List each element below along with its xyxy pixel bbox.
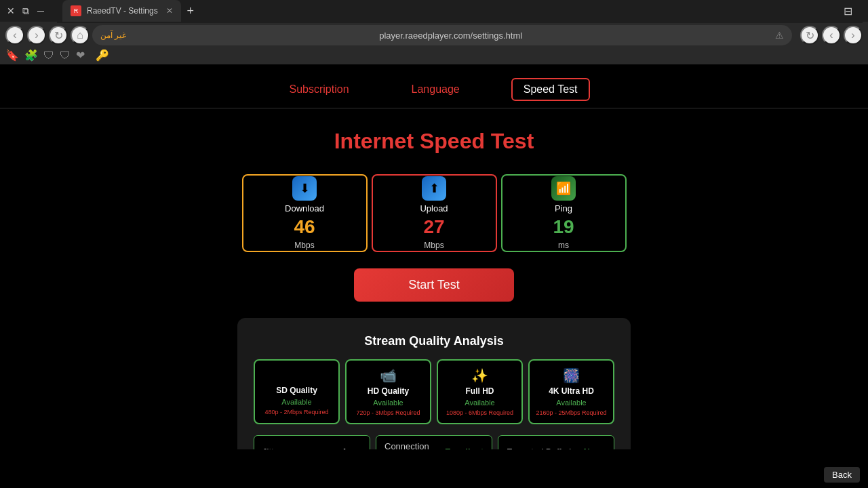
sd-label: SD Quality: [276, 386, 317, 395]
quality-card-hd: 📹 HD Quality Available 720p - 3Mbps Requ…: [345, 359, 431, 424]
tab-favicon: R: [71, 5, 81, 16]
tab-language[interactable]: Language: [401, 79, 471, 100]
warning-icon: ⚠: [775, 30, 784, 41]
address-bar: ‹ › ↻ ⌂ غير آمن player.raeedplayer.com/s…: [0, 22, 868, 49]
start-test-button[interactable]: Start Test: [354, 268, 514, 302]
restore-window-button[interactable]: ⧉: [20, 5, 31, 16]
hd-label: HD Quality: [368, 386, 409, 396]
forward-nav-button[interactable]: ›: [27, 26, 46, 45]
ping-value: 19: [553, 216, 574, 238]
back-button[interactable]: Back: [824, 467, 860, 483]
window-controls: ✕ ⧉ ─: [5, 5, 46, 16]
bookmark-icon[interactable]: 🔖: [5, 49, 19, 62]
close-window-button[interactable]: ✕: [5, 5, 16, 16]
back-btn-container: Back: [824, 467, 860, 483]
upload-value: 27: [423, 216, 444, 238]
reload-icon-button[interactable]: ↻: [800, 26, 819, 45]
speed-cards: ⬇ Download 46 Mbps ⬆ Upload 27 Mbps 📶 Pi…: [240, 174, 629, 252]
tab-subscription[interactable]: Subscription: [279, 79, 360, 100]
buffering-label: Expected Buffering: [507, 447, 581, 450]
jitter-label: Jitter: [262, 447, 281, 450]
tab-speed-test[interactable]: Speed Test: [511, 78, 590, 101]
rtl-text: غير آمن: [100, 30, 126, 40]
nav-back-icon-button[interactable]: ‹: [822, 26, 841, 45]
browser-tab-active[interactable]: R RaeedTV - Settings ✕: [62, 0, 181, 22]
ping-card: 📶 Ping 19 ms: [501, 174, 627, 252]
stability-stat: Connection Stability Excellent: [376, 435, 492, 449]
fullhd-label: Full HD: [466, 386, 494, 396]
sd-icon: 🖥: [290, 367, 304, 383]
tab-label: RaeedTV - Settings: [87, 6, 158, 16]
quality-cards: 🖥 SD Quality Available 480p - 2Mbps Requ…: [254, 359, 614, 424]
tab-menu-button[interactable]: ⊟: [838, 1, 857, 20]
download-icon: ⬇: [292, 176, 317, 201]
fullhd-icon: ✨: [471, 367, 488, 384]
buffering-value: None: [584, 447, 606, 450]
tab-bar: R RaeedTV - Settings ✕ + ⊟: [57, 0, 863, 23]
tab-close-button[interactable]: ✕: [166, 6, 173, 16]
ping-icon: 📶: [551, 176, 576, 201]
page-title: Internet Speed Test: [334, 129, 534, 154]
sd-status: Available: [281, 398, 311, 406]
quality-card-sd: 🖥 SD Quality Available 480p - 2Mbps Requ…: [254, 359, 340, 424]
stability-value: Excellent: [445, 447, 484, 450]
hd-icon: 📹: [380, 367, 397, 384]
nav-tabs: Subscription Language Speed Test: [0, 64, 868, 108]
toolbar-icons-row: 🔖 🧩 🛡 🛡 ❤ 🔑: [0, 49, 868, 64]
stream-quality-title: Stream Quality Analysis: [254, 334, 614, 348]
jitter-stat: Jitter 4 ms: [254, 435, 370, 449]
fourk-icon: 🎆: [563, 367, 580, 384]
upload-card: ⬆ Upload 27 Mbps: [372, 174, 497, 252]
home-nav-button[interactable]: ⌂: [71, 26, 90, 45]
refresh-nav-button[interactable]: ↻: [49, 26, 68, 45]
hd-status: Available: [373, 399, 403, 407]
ping-unit: ms: [558, 241, 569, 250]
stats-row: Jitter 4 ms Connection Stability Excelle…: [254, 435, 614, 449]
fourk-label: 4K Ultra HD: [549, 386, 594, 396]
shield1-icon[interactable]: 🛡: [43, 49, 54, 62]
minimize-window-button[interactable]: ─: [35, 5, 46, 16]
url-bar[interactable]: غير آمن player.raeedplayer.com/settings.…: [92, 25, 792, 45]
url-text: player.raeedplayer.com/settings.html: [132, 30, 770, 41]
page-content: Subscription Language Speed Test Interne…: [0, 64, 868, 449]
title-bar: ✕ ⧉ ─ R RaeedTV - Settings ✕ + ⊟: [0, 0, 868, 22]
shield2-icon[interactable]: 🛡: [60, 49, 71, 62]
upload-label: Upload: [420, 203, 448, 214]
extensions-icon[interactable]: 🧩: [24, 49, 38, 62]
browser-icon-group: ↻ ‹ ›: [800, 26, 863, 45]
nav-forward-icon-button[interactable]: ›: [844, 26, 863, 45]
stability-label: Connection Stability: [384, 441, 445, 449]
back-nav-button[interactable]: ‹: [5, 26, 24, 45]
new-tab-button[interactable]: +: [181, 1, 200, 20]
ping-label: Ping: [555, 203, 572, 214]
download-card: ⬇ Download 46 Mbps: [242, 174, 368, 252]
quality-card-fullhd: ✨ Full HD Available 1080p - 6Mbps Requir…: [437, 359, 523, 424]
upload-icon: ⬆: [422, 176, 446, 201]
heart-icon[interactable]: ❤: [76, 49, 85, 62]
sd-req: 480p - 2Mbps Required: [264, 409, 328, 415]
download-unit: Mbps: [294, 241, 314, 250]
download-label: Download: [285, 203, 324, 214]
fullhd-status: Available: [465, 399, 494, 407]
buffering-stat: Expected Buffering None: [498, 435, 614, 449]
fourk-status: Available: [556, 399, 586, 407]
download-value: 46: [294, 216, 315, 238]
stream-quality-box: Stream Quality Analysis 🖥 SD Quality Ava…: [237, 318, 631, 449]
main-content: Internet Speed Test ⬇ Download 46 Mbps ⬆…: [0, 108, 868, 449]
upload-unit: Mbps: [424, 241, 443, 250]
quality-card-4k: 🎆 4K Ultra HD Available 2160p - 25Mbps R…: [528, 359, 614, 424]
fullhd-req: 1080p - 6Mbps Required: [446, 409, 513, 416]
jitter-value: 4 ms: [341, 447, 361, 450]
hd-req: 720p - 3Mbps Required: [356, 409, 420, 416]
key-icon[interactable]: 🔑: [96, 49, 109, 62]
fourk-req: 2160p - 25Mbps Required: [536, 409, 606, 416]
